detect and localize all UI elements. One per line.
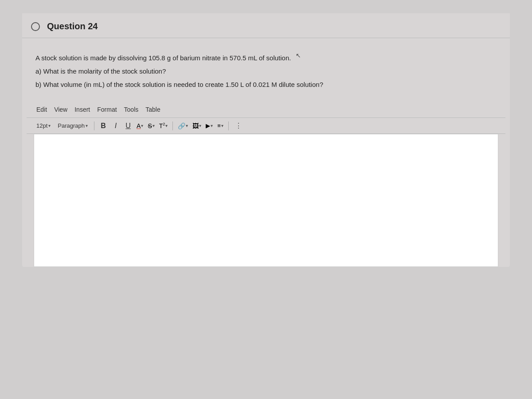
- align-chevron: ▾: [221, 123, 223, 128]
- image-button[interactable]: 🖼 ▾: [191, 121, 203, 130]
- menu-table[interactable]: Table: [143, 105, 163, 114]
- paragraph-value: Paragraph: [58, 122, 85, 129]
- superscript-button[interactable]: T2 ▾: [158, 121, 169, 130]
- font-size-chevron: ▾: [48, 123, 51, 128]
- cursor-icon: ↖: [296, 51, 301, 60]
- font-color-a-label: A: [137, 122, 141, 129]
- font-size-select[interactable]: 12pt ▾: [34, 121, 53, 130]
- image-chevron: ▾: [199, 123, 201, 128]
- paragraph-chevron: ▾: [86, 123, 88, 128]
- menu-view[interactable]: View: [51, 105, 70, 114]
- link-button[interactable]: 🔗 ▾: [176, 121, 189, 130]
- media-button[interactable]: ▶ ▾: [204, 121, 214, 130]
- superscript-chevron: ▾: [165, 123, 168, 128]
- question-header: Question 24: [22, 13, 510, 38]
- page-container: Question 24 A stock solution is made by …: [22, 13, 510, 267]
- italic-button[interactable]: I: [110, 121, 121, 131]
- strikethrough-button[interactable]: S ▾: [146, 121, 156, 130]
- media-icon: ▶: [206, 122, 210, 129]
- question-icon: [31, 22, 40, 31]
- editor-toolbar: 12pt ▾ Paragraph ▾ B I U A ▾ S: [27, 117, 505, 134]
- font-color-chevron: ▾: [141, 123, 143, 128]
- question-line-3: b) What volume (in mL) of the stock solu…: [35, 79, 497, 90]
- align-icon: ≡: [217, 122, 221, 129]
- answer-text-area[interactable]: [34, 134, 498, 267]
- toolbar-divider-1: [94, 121, 94, 130]
- question-line-1: A stock solution is made by dissolving 1…: [35, 51, 497, 63]
- link-icon: 🔗: [178, 122, 185, 129]
- align-button[interactable]: ≡ ▾: [216, 121, 225, 130]
- more-options-button[interactable]: ⋮: [233, 121, 244, 131]
- strikethrough-chevron: ▾: [153, 123, 155, 128]
- toolbar-divider-3: [228, 121, 229, 130]
- editor-menubar: Edit View Insert Format Tools Table: [27, 101, 505, 117]
- strikethrough-label: S: [148, 122, 152, 129]
- underline-button[interactable]: U: [123, 121, 133, 131]
- menu-tools[interactable]: Tools: [121, 105, 141, 114]
- link-chevron: ▾: [186, 123, 188, 128]
- question-line-2: a) What is the molarity of the stock sol…: [35, 66, 497, 77]
- bold-button[interactable]: B: [98, 121, 109, 131]
- toolbar-divider-2: [172, 121, 173, 130]
- question-title: Question 24: [47, 21, 98, 31]
- menu-insert[interactable]: Insert: [72, 105, 93, 114]
- editor-area: Edit View Insert Format Tools Table 12pt…: [27, 101, 505, 267]
- superscript-label: T2: [159, 122, 165, 129]
- font-size-value: 12pt: [36, 122, 47, 129]
- image-icon: 🖼: [192, 122, 199, 129]
- menu-format[interactable]: Format: [94, 105, 119, 114]
- font-color-button[interactable]: A ▾: [135, 121, 145, 130]
- paragraph-select[interactable]: Paragraph ▾: [55, 121, 90, 130]
- question-body: A stock solution is made by dissolving 1…: [22, 38, 510, 101]
- menu-edit[interactable]: Edit: [34, 105, 50, 114]
- media-chevron: ▾: [211, 123, 213, 128]
